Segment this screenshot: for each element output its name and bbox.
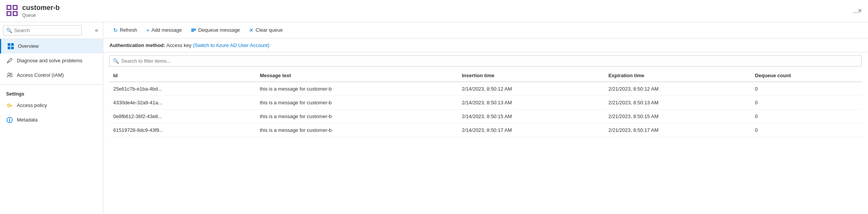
svg-rect-24 — [191, 30, 196, 31]
title-bar: customer-b Queue ... × — [0, 0, 868, 22]
cell-id-1: 4330de4e-32a9-41a... — [109, 96, 256, 109]
cell-message-3: this is a message for customer-b — [256, 123, 458, 137]
svg-rect-10 — [8, 47, 10, 49]
svg-point-22 — [9, 118, 10, 119]
sidebar-item-label-metadata: Metadata — [17, 117, 37, 123]
auth-method-label: Authentication method: — [109, 42, 165, 48]
refresh-button[interactable]: ↻ Refresh — [109, 25, 141, 35]
refresh-label: Refresh — [120, 27, 137, 33]
sidebar-item-label-access-control: Access Control (IAM) — [17, 72, 64, 78]
svg-rect-25 — [191, 31, 194, 32]
cell-id-2: 0e8fb612-36f2-43e8... — [109, 109, 256, 123]
overview-icon — [7, 43, 14, 50]
dequeue-icon — [191, 27, 196, 33]
table-area: Id Message text Insertion time Expiratio… — [103, 70, 868, 214]
col-header-id: Id — [109, 70, 256, 82]
cell-id-3: 61519728-8dc9-43f9... — [109, 123, 256, 137]
svg-rect-8 — [8, 43, 10, 46]
app-icon — [6, 5, 18, 17]
refresh-icon: ↻ — [113, 27, 118, 33]
sidebar-item-label-overview: Overview — [18, 43, 39, 49]
sidebar-search-row: 🔍 « — [0, 22, 103, 39]
cell-insertion-2: 2/14/2023, 8:50:15 AM — [458, 109, 604, 123]
col-header-message-text: Message text — [256, 70, 458, 82]
svg-rect-23 — [191, 29, 196, 29]
cell-dequeue-2: 0 — [751, 109, 862, 123]
cell-message-0: this is a message for customer-b — [256, 82, 458, 96]
sidebar-search-wrap: 🔍 — [3, 25, 91, 36]
dequeue-message-button[interactable]: Dequeue message — [187, 25, 244, 35]
cell-insertion-0: 2/14/2023, 8:50:12 AM — [458, 82, 604, 96]
key-icon — [6, 102, 13, 109]
svg-point-14 — [10, 73, 12, 75]
cell-dequeue-3: 0 — [751, 123, 862, 137]
add-icon: + — [147, 27, 150, 33]
main-layout: 🔍 « Overview — [0, 22, 868, 214]
svg-rect-9 — [11, 43, 14, 46]
add-message-button[interactable]: + Add message — [143, 25, 186, 35]
collapse-button[interactable]: « — [93, 25, 100, 35]
clear-queue-button[interactable]: ✕ Clear queue — [245, 25, 287, 35]
title-text-block: customer-b Queue — [22, 4, 850, 18]
cell-expiration-3: 2/21/2023, 8:50:17 AM — [604, 123, 751, 137]
clear-queue-label: Clear queue — [256, 27, 283, 33]
filter-bar: 🔍 — [103, 52, 868, 70]
sidebar-section-settings: Settings — [0, 86, 103, 98]
content-area: ↻ Refresh + Add message Dequeue message — [103, 22, 868, 214]
sidebar-item-label-access-policy: Access policy — [17, 102, 47, 108]
svg-rect-11 — [11, 47, 14, 49]
queue-title: customer-b — [22, 4, 850, 12]
table-header-row: Id Message text Insertion time Expiratio… — [109, 70, 862, 82]
wrench-icon — [6, 57, 13, 64]
cell-message-2: this is a message for customer-b — [256, 109, 458, 123]
svg-rect-6 — [8, 12, 10, 15]
auth-bar: Authentication method: Access key (Switc… — [103, 39, 868, 52]
add-message-label: Add message — [151, 27, 182, 33]
messages-table: Id Message text Insertion time Expiratio… — [109, 70, 862, 137]
table-row[interactable]: 61519728-8dc9-43f9... this is a message … — [109, 123, 862, 137]
cell-message-1: this is a message for customer-b — [256, 96, 458, 109]
table-body: 25e61c7b-e1ba-4bd... this is a message f… — [109, 82, 862, 137]
cell-expiration-2: 2/21/2023, 8:50:15 AM — [604, 109, 751, 123]
cell-expiration-0: 2/21/2023, 8:50:12 AM — [604, 82, 751, 96]
svg-point-13 — [8, 73, 10, 75]
table-row[interactable]: 0e8fb612-36f2-43e8... this is a message … — [109, 109, 862, 123]
people-icon — [6, 72, 13, 79]
svg-rect-4 — [8, 6, 10, 9]
sidebar-divider-1 — [0, 84, 103, 84]
close-button[interactable]: × — [858, 7, 862, 15]
filter-input-wrap: 🔍 — [109, 55, 862, 66]
sidebar-item-access-control[interactable]: Access Control (IAM) — [0, 68, 103, 83]
sidebar-item-overview[interactable]: Overview — [0, 39, 103, 54]
filter-input[interactable] — [109, 55, 862, 66]
svg-point-16 — [8, 105, 10, 106]
dequeue-message-label: Dequeue message — [198, 27, 240, 33]
sidebar-item-access-policy[interactable]: Access policy — [0, 98, 103, 113]
auth-method-value: Access key — [166, 42, 193, 48]
col-header-dequeue-count: Dequeue count — [751, 70, 862, 82]
queue-subtitle: Queue — [22, 13, 36, 18]
sidebar-item-diagnose[interactable]: Diagnose and solve problems — [0, 54, 103, 68]
col-header-expiration-time: Expiration time — [604, 70, 751, 82]
table-row[interactable]: 25e61c7b-e1ba-4bd... this is a message f… — [109, 82, 862, 96]
svg-line-12 — [7, 62, 8, 63]
cell-dequeue-1: 0 — [751, 96, 862, 109]
col-header-insertion-time: Insertion time — [458, 70, 604, 82]
sidebar-item-label-diagnose: Diagnose and solve problems — [17, 58, 82, 63]
cell-id-0: 25e61c7b-e1ba-4bd... — [109, 82, 256, 96]
svg-rect-7 — [14, 12, 16, 15]
cell-dequeue-0: 0 — [751, 82, 862, 96]
switch-auth-link[interactable]: (Switch to Azure AD User Account) — [193, 42, 269, 48]
sidebar-item-metadata[interactable]: Metadata — [0, 113, 103, 127]
cell-expiration-1: 2/21/2023, 8:50:13 AM — [604, 96, 751, 109]
toolbar: ↻ Refresh + Add message Dequeue message — [103, 22, 868, 39]
cell-insertion-3: 2/14/2023, 8:50:17 AM — [458, 123, 604, 137]
sidebar: 🔍 « Overview — [0, 22, 103, 214]
cell-insertion-1: 2/14/2023, 8:50:13 AM — [458, 96, 604, 109]
info-icon — [6, 117, 13, 123]
clear-icon: ✕ — [249, 27, 254, 33]
search-input[interactable] — [3, 25, 82, 36]
table-row[interactable]: 4330de4e-32a9-41a... this is a message f… — [109, 96, 862, 109]
svg-rect-5 — [14, 6, 16, 9]
